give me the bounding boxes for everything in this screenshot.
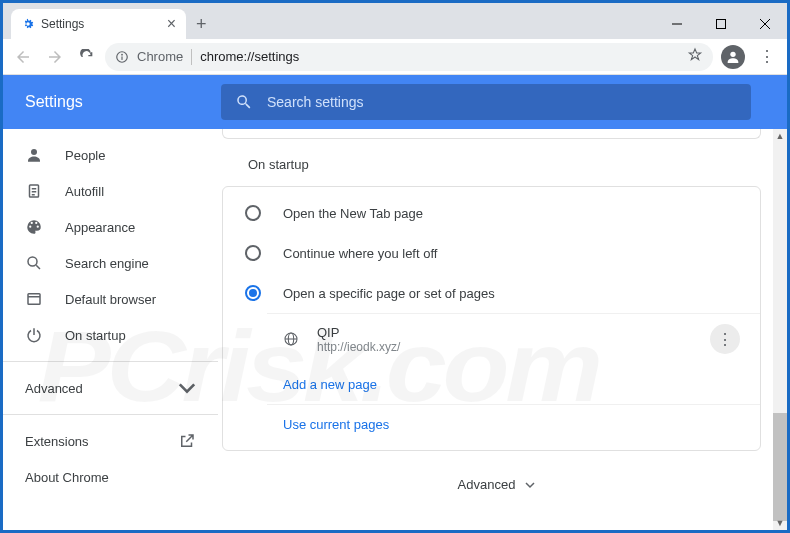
palette-icon (25, 218, 43, 236)
sidebar-item-label: People (65, 148, 105, 163)
svg-rect-1 (717, 20, 726, 29)
nav-forward-button[interactable] (41, 43, 69, 71)
browser-tab[interactable]: Settings × (11, 9, 186, 39)
scroll-down-button[interactable]: ▼ (773, 516, 787, 530)
maximize-button[interactable] (699, 9, 743, 39)
settings-gear-icon (21, 17, 35, 31)
svg-rect-15 (28, 294, 40, 305)
option-label: Open the New Tab page (283, 206, 423, 221)
main-content: On startup Open the New Tab page Continu… (218, 129, 787, 530)
search-icon (235, 93, 253, 111)
titlebar: Settings × + (3, 3, 787, 39)
radio-icon[interactable] (245, 245, 261, 261)
sidebar-item-autofill[interactable]: Autofill (3, 173, 218, 209)
chevron-down-icon (525, 480, 535, 490)
sidebar-item-label: Advanced (25, 381, 83, 396)
new-tab-button[interactable]: + (186, 14, 215, 39)
sidebar-item-about[interactable]: About Chrome (3, 459, 218, 495)
url-text: chrome://settings (200, 49, 299, 64)
settings-header: Settings (3, 75, 787, 129)
minimize-button[interactable] (655, 9, 699, 39)
tab-close-icon[interactable]: × (167, 16, 176, 32)
sidebar: People Autofill Appearance Search engine… (3, 129, 218, 530)
sidebar-item-label: About Chrome (25, 470, 109, 485)
browser-window: Settings × + Chrome chrome://settings ⋮ … (3, 3, 787, 530)
power-icon (25, 326, 43, 344)
page-more-button[interactable]: ⋮ (710, 324, 740, 354)
browser-icon (25, 290, 43, 308)
svg-point-5 (121, 53, 123, 55)
sidebar-item-label: Search engine (65, 256, 149, 271)
radio-icon[interactable] (245, 205, 261, 221)
sidebar-item-on-startup[interactable]: On startup (3, 317, 218, 353)
advanced-toggle[interactable]: Advanced (218, 477, 775, 492)
sidebar-item-default-browser[interactable]: Default browser (3, 281, 218, 317)
startup-option-newtab[interactable]: Open the New Tab page (223, 193, 760, 233)
sidebar-item-appearance[interactable]: Appearance (3, 209, 218, 245)
settings-title: Settings (25, 93, 203, 111)
startup-card: Open the New Tab page Continue where you… (222, 186, 761, 451)
radio-checked-icon[interactable] (245, 285, 261, 301)
search-box[interactable] (221, 84, 751, 120)
sidebar-item-label: Autofill (65, 184, 104, 199)
tab-title: Settings (41, 17, 84, 31)
startup-option-specific[interactable]: Open a specific page or set of pages (223, 273, 760, 313)
close-button[interactable] (743, 9, 787, 39)
svg-point-7 (730, 51, 735, 56)
previous-card-edge (222, 129, 761, 139)
option-label: Continue where you left off (283, 246, 437, 261)
add-page-link[interactable]: Add a new page (267, 364, 760, 404)
sidebar-item-advanced[interactable]: Advanced (3, 370, 218, 406)
startup-option-continue[interactable]: Continue where you left off (223, 233, 760, 273)
scroll-thumb[interactable] (773, 413, 787, 521)
open-external-icon (178, 432, 196, 450)
clipboard-icon (25, 182, 43, 200)
svg-point-13 (28, 257, 37, 266)
option-label: Open a specific page or set of pages (283, 286, 495, 301)
url-bar: Chrome chrome://settings ⋮ (3, 39, 787, 75)
search-input[interactable] (267, 94, 737, 110)
browser-menu-icon[interactable]: ⋮ (753, 47, 781, 66)
nav-back-button[interactable] (9, 43, 37, 71)
use-current-pages-link[interactable]: Use current pages (267, 404, 760, 444)
sidebar-item-label: On startup (65, 328, 126, 343)
scroll-up-button[interactable]: ▲ (773, 129, 787, 143)
sidebar-item-search-engine[interactable]: Search engine (3, 245, 218, 281)
section-title: On startup (248, 157, 775, 172)
startup-page-row: QIP http://ieodk.xyz/ ⋮ (267, 314, 760, 364)
chevron-down-icon (178, 379, 196, 397)
person-icon (25, 146, 43, 164)
site-info-icon[interactable] (115, 50, 129, 64)
svg-point-8 (31, 149, 37, 155)
vertical-scrollbar[interactable]: ▲ ▼ (773, 129, 787, 530)
sidebar-item-extensions[interactable]: Extensions (3, 423, 218, 459)
nav-reload-button[interactable] (73, 43, 101, 71)
svg-line-14 (36, 265, 40, 269)
profile-avatar[interactable] (721, 45, 745, 69)
sidebar-item-people[interactable]: People (3, 137, 218, 173)
startup-page-name: QIP (317, 325, 692, 340)
url-scheme: Chrome (137, 49, 183, 64)
sidebar-item-label: Appearance (65, 220, 135, 235)
globe-icon (283, 331, 299, 347)
advanced-label: Advanced (458, 477, 516, 492)
sidebar-item-label: Extensions (25, 434, 89, 449)
search-icon (25, 254, 43, 272)
svg-rect-6 (121, 56, 122, 60)
omnibox[interactable]: Chrome chrome://settings (105, 43, 713, 71)
sidebar-item-label: Default browser (65, 292, 156, 307)
startup-page-url: http://ieodk.xyz/ (317, 340, 692, 354)
bookmark-star-icon[interactable] (687, 47, 703, 66)
